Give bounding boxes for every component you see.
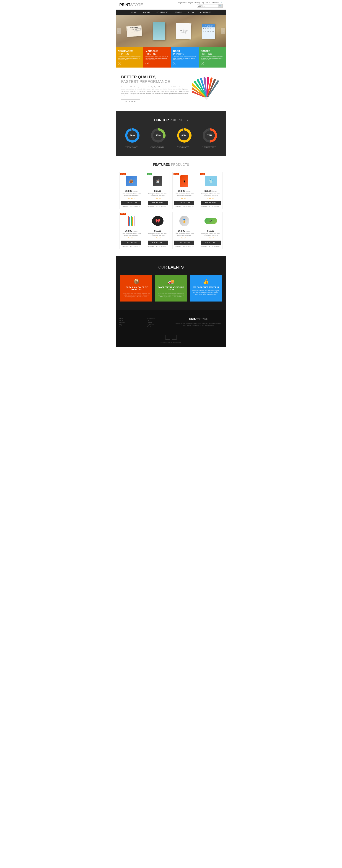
chart-4-label: 75% bbox=[207, 134, 212, 137]
event-icon-2: 🚚 bbox=[158, 279, 184, 284]
cat-book-arrow[interactable]: → bbox=[173, 62, 176, 65]
chart-2-text: CTETUR ADIPISICING ELIT, SED DO EIUSMOD bbox=[150, 145, 164, 149]
delivery-link[interactable]: Delivery bbox=[194, 2, 200, 4]
logo-store: STORE bbox=[130, 2, 143, 7]
footer-link-myaccount[interactable]: My Account bbox=[147, 324, 171, 326]
facebook-button[interactable]: f bbox=[165, 335, 170, 340]
myaccount-link[interactable]: My Account bbox=[202, 2, 210, 4]
slider-next[interactable]: › bbox=[221, 28, 225, 34]
cat-poster-arrow[interactable]: → bbox=[201, 62, 204, 65]
event-icon-3: 👍 bbox=[192, 279, 219, 284]
wishlist-5[interactable]: ADD TO WISHLIST bbox=[130, 246, 141, 247]
footer-logo: PRINTSTORE bbox=[175, 317, 223, 321]
hero-postcard: ON HOLIDAY ENGLAND 5 AUGUST 2011 bbox=[126, 25, 142, 37]
add-to-cart-6[interactable]: ADD TO CART bbox=[148, 241, 168, 245]
priorities-title: OUR TOP PRIORITIES bbox=[119, 118, 223, 122]
event-card-1: 📦 LOREM IPSUM DOLOR SIT AMET CONS Lorem … bbox=[120, 275, 152, 302]
nav-portfolio[interactable]: PORTFOLIO bbox=[153, 10, 172, 15]
events-grid: 📦 LOREM IPSUM DOLOR SIT AMET CONS Lorem … bbox=[119, 275, 223, 302]
compare-7[interactable]: COMPARE bbox=[175, 246, 181, 247]
stars-7: ★★★☆☆ bbox=[175, 237, 194, 239]
chart-1: 86% LOREM IPSUM DOLOR SIT AMET CONS bbox=[124, 127, 141, 149]
footer-link-login[interactable]: Log In bbox=[147, 320, 171, 321]
wishlist-1[interactable]: ADD TO WISHLIST bbox=[130, 206, 141, 207]
footer-link-checkout[interactable]: Checkout bbox=[147, 326, 171, 328]
chart-4: 75% MAGNA IPSUM DOLOR SIT AMET CONS bbox=[202, 127, 218, 149]
product-img-6: 🎀 bbox=[148, 214, 168, 228]
footer-link-delivery[interactable]: Delivery bbox=[147, 322, 171, 323]
footer-logo-col: PRINTSTORE Lorem ipsum dolor sit amet ct… bbox=[175, 317, 223, 328]
cat-newspaper-title: NEWSPAPERPRINTING bbox=[118, 50, 141, 55]
compare-8[interactable]: COMPARE bbox=[201, 246, 208, 247]
product-card-7: 🏅 $68.96$72.89 Lorem ipsum dolor sit ame… bbox=[173, 212, 196, 249]
product-img-1: 👜 bbox=[121, 174, 141, 188]
quality-desc: Lorem ipsum dolor sit amet, consectetur … bbox=[121, 86, 189, 97]
chart-1-label: 86% bbox=[130, 134, 135, 137]
cart-icon[interactable]: 🛒 bbox=[221, 2, 223, 4]
cat-newspaper[interactable]: NEWSPAPERPRINTING Lorem ipsum dolor sit … bbox=[116, 47, 144, 67]
read-more-button[interactable]: READ MORE bbox=[121, 99, 140, 104]
header-links: Registration Log In Delivery My Account … bbox=[178, 2, 223, 4]
twitter-button[interactable]: t bbox=[172, 335, 177, 340]
wishlist-3[interactable]: ADD TO WISHLIST bbox=[183, 206, 194, 207]
footer-col-2: Registration Log In Delivery My Account … bbox=[147, 317, 171, 328]
footer-link-portfolio[interactable]: Portfolio bbox=[119, 322, 144, 323]
event-card-3: 👍 SED DO EIUSMOD TEMPOR IN Lorem ipsum d… bbox=[190, 275, 222, 302]
footer-link-contacts[interactable]: Contacts bbox=[119, 326, 144, 328]
product-price-2: $68.96 bbox=[148, 190, 168, 192]
product-price-5: $68.96$72.89 bbox=[121, 229, 141, 232]
wishlist-2[interactable]: ADD TO WISHLIST bbox=[156, 206, 167, 207]
add-to-cart-4[interactable]: ADD TO CART bbox=[201, 201, 221, 205]
add-to-cart-7[interactable]: ADD TO CART bbox=[175, 241, 194, 245]
nav-blog[interactable]: BLOG bbox=[185, 10, 197, 15]
footer: Home About Portfolio Blog Contacts Regis… bbox=[116, 310, 226, 347]
compare-5[interactable]: COMPARE bbox=[122, 246, 128, 247]
checkout-link[interactable]: Checkout bbox=[212, 2, 219, 4]
nav-home[interactable]: HOME bbox=[127, 10, 140, 15]
footer-link-about[interactable]: About bbox=[119, 320, 144, 321]
add-to-cart-8[interactable]: ADD TO CART bbox=[201, 241, 221, 245]
footer-link-home[interactable]: Home bbox=[119, 317, 144, 319]
priorities-section: OUR TOP PRIORITIES 86% LOREM IPSUM DOLOR… bbox=[116, 111, 226, 156]
cat-book-title: BOOKPRINTING bbox=[173, 50, 196, 55]
products-grid: SALE! 👜 $68.96$72.89 Lorem ipsum dolor s… bbox=[119, 172, 223, 249]
event-desc-1: Lorem ipsum dolor sit amet ctetur adipis… bbox=[123, 292, 150, 298]
compare-3[interactable]: COMPARE bbox=[175, 206, 181, 207]
cat-poster-title: POSTERPRINTING bbox=[201, 50, 224, 55]
cat-magazine-arrow[interactable]: → bbox=[146, 62, 149, 65]
slider-prev[interactable]: ‹ bbox=[117, 28, 121, 34]
wishlist-7[interactable]: ADD TO WISHLIST bbox=[183, 246, 194, 247]
registration-link[interactable]: Registration bbox=[178, 2, 186, 4]
hero-slider: ‹ ON HOLIDAY ENGLAND 5 AUGUST 2011 recip… bbox=[116, 15, 226, 47]
product-price-3: $68.96$72.89 bbox=[175, 190, 194, 192]
product-img-3: 📱 bbox=[175, 174, 194, 188]
search-input[interactable] bbox=[197, 4, 218, 7]
nav-about[interactable]: ABOUT bbox=[140, 10, 153, 15]
compare-6[interactable]: COMPARE bbox=[148, 246, 155, 247]
add-to-cart-2[interactable]: ADD TO CART bbox=[148, 201, 168, 205]
compare-2[interactable]: COMPARE bbox=[148, 206, 155, 207]
search-button[interactable]: 🔍 bbox=[218, 4, 222, 7]
wishlist-8[interactable]: ADD TO WISHLIST bbox=[209, 246, 220, 247]
cat-newspaper-arrow[interactable]: → bbox=[118, 62, 121, 65]
product-img-4: 👕 bbox=[201, 174, 221, 188]
wishlist-4[interactable]: ADD TO WISHLIST bbox=[209, 206, 220, 207]
product-card-2: NEW! ☕ $68.96 Lorem ipsum dolor sit amet… bbox=[146, 172, 170, 209]
login-link[interactable]: Log In bbox=[188, 2, 193, 4]
product-desc-8: Lorem ipsum dolor sit amet, ctetur adipi… bbox=[201, 233, 221, 237]
cat-book[interactable]: BOOKPRINTING Lorem ipsum dolor sit amet … bbox=[171, 47, 198, 67]
nav-contacts[interactable]: CONTACTS bbox=[197, 10, 214, 15]
product-desc-3: Lorem ipsum dolor sit amet, ctetur adipi… bbox=[175, 193, 194, 196]
footer-link-registration[interactable]: Registration bbox=[147, 317, 171, 319]
add-to-cart-5[interactable]: ADD TO CART bbox=[121, 241, 141, 245]
wishlist-6[interactable]: ADD TO WISHLIST bbox=[156, 246, 167, 247]
add-to-cart-3[interactable]: ADD TO CART bbox=[175, 201, 194, 205]
nav-store[interactable]: STORE bbox=[172, 10, 185, 15]
compare-4[interactable]: COMPARE bbox=[201, 206, 208, 207]
footer-link-blog[interactable]: Blog bbox=[119, 324, 144, 326]
cat-magazine[interactable]: MAGAZINEPRINTING Lorem ipsum dolor sit a… bbox=[144, 47, 171, 67]
compare-1[interactable]: COMPARE bbox=[122, 206, 128, 207]
product-card-3: SALE! 📱 $68.96$72.89 Lorem ipsum dolor s… bbox=[173, 172, 196, 209]
cat-poster[interactable]: POSTERPRINTING Lorem ipsum dolor sit ame… bbox=[198, 47, 226, 67]
add-to-cart-1[interactable]: ADD TO CART bbox=[121, 201, 141, 205]
